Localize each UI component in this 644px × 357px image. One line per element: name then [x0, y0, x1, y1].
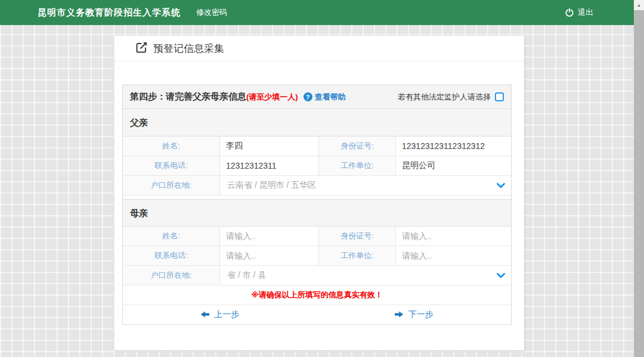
- prev-step-button[interactable]: 上一步: [123, 305, 317, 324]
- page-scrollbar[interactable]: ▲: [634, 0, 644, 357]
- form-card: 预登记信息采集 第四步：请完善父亲母亲信息 (请至少填一人) ? 查看帮助 若有…: [114, 36, 524, 350]
- father-employer-label: 工作单位:: [318, 156, 396, 175]
- mother-name-label: 姓名:: [123, 226, 220, 246]
- mother-id-label: 身份证号:: [318, 226, 396, 246]
- next-step-button[interactable]: 下一步: [317, 305, 512, 324]
- father-row-1: 姓名: 身份证号:: [123, 136, 511, 156]
- app-title: 昆明市义务教育阶段招生入学系统: [38, 7, 181, 18]
- page-title: 预登记信息采集: [153, 42, 224, 55]
- mother-address-label: 户口所在地:: [123, 266, 220, 285]
- mother-employer-input[interactable]: [402, 251, 507, 260]
- father-address-label: 户口所在地:: [123, 176, 220, 195]
- step-title: 第四步：请完善父亲母亲信息: [130, 91, 246, 103]
- arrow-right-icon: [395, 310, 404, 319]
- father-section-title: 父亲: [123, 109, 511, 136]
- app-header: 昆明市义务教育阶段招生入学系统 修改密码 退出: [0, 0, 634, 25]
- notice-text: ※请确保以上所填写的信息真实有效！: [123, 285, 511, 305]
- father-address-row[interactable]: 户口所在地: 云南省 / 昆明市 / 五华区: [123, 176, 511, 195]
- father-name-label: 姓名:: [123, 136, 220, 156]
- chevron-down-icon[interactable]: [491, 176, 511, 195]
- father-name-input[interactable]: [226, 141, 315, 151]
- mother-id-input[interactable]: [402, 231, 507, 241]
- mother-phone-label: 联系电话:: [123, 246, 220, 265]
- help-icon[interactable]: ?: [304, 92, 312, 101]
- father-row-2: 联系电话: 工作单位:: [123, 156, 511, 176]
- help-link[interactable]: 查看帮助: [315, 92, 346, 103]
- guardian-checkbox[interactable]: [495, 92, 504, 101]
- next-step-label: 下一步: [408, 309, 434, 320]
- guardian-note: 若有其他法定监护人请选择: [398, 92, 491, 103]
- mother-address-value: 省 / 市 / 县: [220, 266, 491, 285]
- step-hint: (请至少填一人): [246, 92, 298, 103]
- step-header: 第四步：请完善父亲母亲信息 (请至少填一人) ? 查看帮助 若有其他法定监护人请…: [123, 85, 511, 109]
- father-id-label: 身份证号:: [318, 136, 396, 156]
- father-employer-input[interactable]: [402, 161, 507, 170]
- power-icon: [565, 8, 574, 17]
- arrow-left-icon: [200, 310, 209, 319]
- change-password-link[interactable]: 修改密码: [196, 7, 227, 18]
- mother-name-input[interactable]: [226, 231, 315, 241]
- scroll-up-arrow[interactable]: ▲: [634, 0, 644, 10]
- mother-phone-input[interactable]: [226, 251, 315, 260]
- chevron-down-icon[interactable]: [491, 266, 511, 285]
- mother-employer-label: 工作单位:: [318, 246, 396, 265]
- mother-row-1: 姓名: 身份证号:: [123, 226, 511, 246]
- scrollbar-thumb[interactable]: [634, 10, 644, 357]
- mother-row-2: 联系电话: 工作单位:: [123, 246, 511, 266]
- card-header: 预登记信息采集: [114, 36, 524, 61]
- form-box: 第四步：请完善父亲母亲信息 (请至少填一人) ? 查看帮助 若有其他法定监护人请…: [122, 85, 512, 325]
- mother-section-title: 母亲: [123, 199, 511, 226]
- edit-icon: [136, 42, 147, 55]
- logout-link[interactable]: 退出: [578, 7, 593, 18]
- father-phone-label: 联系电话:: [123, 156, 220, 175]
- father-address-value: 云南省 / 昆明市 / 五华区: [220, 176, 491, 195]
- prev-step-label: 上一步: [214, 309, 239, 320]
- footer-nav: 上一步 下一步: [123, 305, 511, 324]
- father-phone-input[interactable]: [226, 161, 315, 170]
- father-id-input[interactable]: [402, 141, 507, 151]
- mother-address-row[interactable]: 户口所在地: 省 / 市 / 县: [123, 266, 511, 285]
